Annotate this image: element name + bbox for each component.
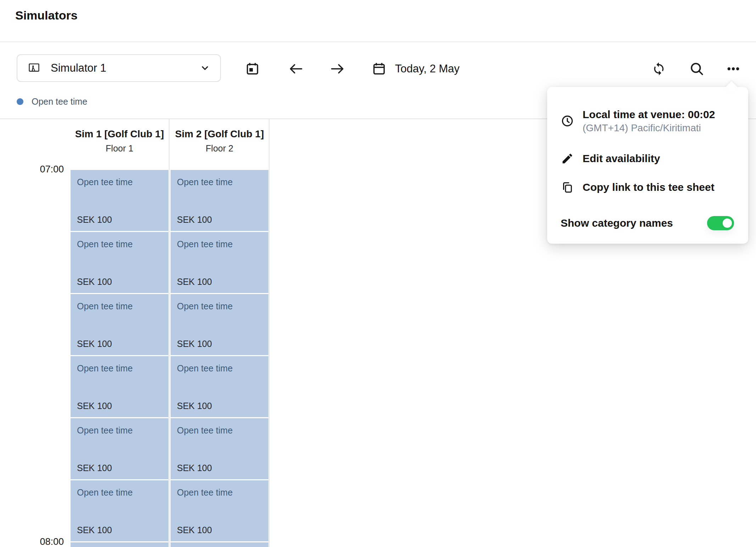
slot-label: Open tee time [177,177,266,187]
slot-label: Open tee time [77,239,166,249]
slot-label: Open tee time [177,239,266,249]
slot-label: Open tee time [77,487,166,498]
date-label: Today, 2 May [395,62,460,75]
tee-time-slot[interactable]: Open tee timeSEK 100 [71,480,168,541]
column-subtitle: Floor 2 [206,143,233,154]
slot-label: Open tee time [77,177,166,187]
tee-time-slot[interactable]: Open tee timeSEK 100 [71,356,168,417]
tee-time-slot[interactable]: Open tee timeSEK 100 [171,294,268,355]
slot-price: SEK 100 [77,401,166,411]
more-options-menu: Local time at venue: 00:02 (GMT+14) Paci… [547,87,748,244]
copy-link-label: Copy link to this tee sheet [583,181,715,193]
simulator-icon [27,61,41,75]
slot-label: Open tee time [177,363,266,374]
tee-time-slot[interactable] [71,542,168,547]
search-button[interactable] [688,60,706,78]
tee-time-slot[interactable]: Open tee timeSEK 100 [171,356,268,417]
arrow-left-icon [288,61,304,77]
page-title: Simulators [15,9,78,22]
tee-time-slot[interactable]: Open tee timeSEK 100 [171,418,268,479]
tee-time-slot[interactable]: Open tee timeSEK 100 [171,170,268,231]
slot-price: SEK 100 [177,215,266,225]
slot-price: SEK 100 [77,277,166,287]
more-horizontal-icon [726,61,741,76]
simulators-page: Simulators Simulator 1 [0,0,756,547]
grid-right-border [269,119,269,547]
slot-label: Open tee time [177,301,266,311]
show-category-names-row: Show category names [561,212,734,234]
chevron-down-icon [199,62,211,74]
show-category-names-toggle[interactable] [707,216,734,230]
toggle-knob [723,219,732,228]
tee-time-slot[interactable] [171,542,268,547]
edit-availability-label: Edit availability [583,153,660,165]
simulator-select[interactable]: Simulator 1 [17,54,221,82]
menu-arrow-notch [725,81,738,94]
slot-price: SEK 100 [77,463,166,473]
column-title: Sim 2 [Golf Club 1] [173,126,266,142]
slot-price: SEK 100 [177,463,266,473]
local-time-title: Local time at venue: 00:02 [583,107,715,122]
tee-time-slot[interactable]: Open tee timeSEK 100 [71,170,168,231]
slot-price: SEK 100 [177,401,266,411]
calendar-icon [372,61,387,76]
column-header: Sim 1 [Golf Club 1]Floor 1 [70,120,169,169]
search-icon [689,61,704,76]
jump-to-date-button[interactable] [243,60,262,78]
hour-label: 08:00 [0,536,64,547]
legend-label: Open tee time [32,96,87,107]
date-picker[interactable]: Today, 2 May [372,60,460,78]
slot-price: SEK 100 [77,525,166,535]
column-subtitle: Floor 1 [106,143,133,154]
tee-time-slot[interactable]: Open tee timeSEK 100 [171,480,268,541]
menu-item-copy-link[interactable]: Copy link to this tee sheet [561,177,734,198]
pencil-icon [561,152,574,165]
hour-label: 07:00 [0,164,64,175]
slot-label: Open tee time [177,425,266,436]
column-header: Sim 2 [Golf Club 1]Floor 2 [170,120,269,169]
local-time-item: Local time at venue: 00:02 (GMT+14) Paci… [561,104,734,138]
header-divider [0,42,756,42]
simulator-select-value: Simulator 1 [51,62,106,74]
slot-label: Open tee time [77,425,166,436]
slot-price: SEK 100 [177,339,266,349]
slot-price: SEK 100 [77,339,166,349]
previous-day-button[interactable] [287,60,305,78]
legend: Open tee time [17,96,87,107]
menu-item-edit-availability[interactable]: Edit availability [561,148,734,169]
next-day-button[interactable] [328,60,347,78]
slot-label: Open tee time [77,363,166,374]
slot-label: Open tee time [77,301,166,311]
tee-time-slot[interactable]: Open tee timeSEK 100 [71,294,168,355]
local-time-timezone: (GMT+14) Pacific/Kiritimati [583,122,715,134]
tee-time-slot[interactable]: Open tee timeSEK 100 [71,232,168,293]
clock-icon [561,114,574,128]
slot-label: Open tee time [177,487,266,498]
copy-icon [561,181,574,194]
tee-time-slot[interactable]: Open tee timeSEK 100 [171,232,268,293]
more-options-button[interactable] [724,60,743,78]
show-category-names-label: Show category names [561,217,673,229]
tee-time-slot[interactable]: Open tee timeSEK 100 [71,418,168,479]
column-title: Sim 1 [Golf Club 1] [73,126,166,142]
refresh-button[interactable] [650,60,668,78]
slot-price: SEK 100 [77,215,166,225]
slot-price: SEK 100 [177,525,266,535]
arrow-right-icon [329,61,346,77]
slot-price: SEK 100 [177,277,266,287]
open-tee-time-dot-icon [17,98,23,105]
column-separator [169,119,169,547]
refresh-icon [652,62,666,76]
